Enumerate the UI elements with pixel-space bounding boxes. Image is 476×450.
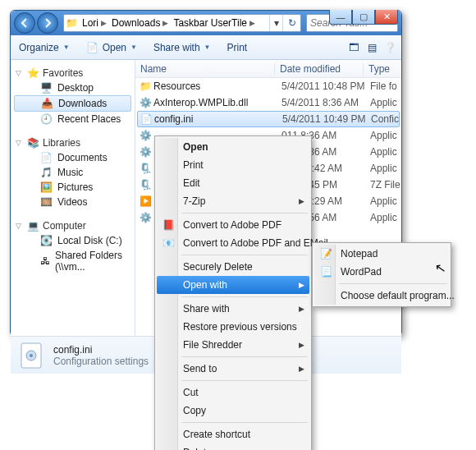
preview-pane-icon[interactable]: ▤: [365, 41, 378, 54]
nav-computer-header[interactable]: ▽💻Computer: [11, 218, 135, 233]
window-controls: — ▢ ✕: [329, 10, 398, 25]
menu-label: Convert to Adobe PDF and EMail: [183, 237, 328, 249]
context-menu: OpenPrintEdit7-Zip▶📕Convert to Adobe PDF…: [154, 135, 312, 450]
col-date[interactable]: Date modified: [275, 63, 364, 75]
nav-favorites-header[interactable]: ▽⭐Favorites: [11, 65, 135, 80]
file-row[interactable]: ⚙️AxInterop.WMPLib.dll5/4/2011 8:36 AMAp…: [135, 94, 401, 111]
archive-icon: 🗜️: [139, 179, 153, 191]
address-bar[interactable]: 📁 Lori▶ Downloads▶ Taskbar UserTile▶ ▾ ↻: [63, 14, 301, 32]
menu-item[interactable]: 📧Convert to Adobe PDF and EMail: [157, 234, 309, 252]
svg-point-2: [30, 354, 33, 357]
close-button[interactable]: ✕: [375, 10, 398, 25]
nav-music[interactable]: 🎵Music: [11, 165, 135, 180]
nav-localdisk[interactable]: 💽Local Disk (C:): [11, 233, 135, 248]
file-type: Applic: [365, 163, 401, 174]
file-row[interactable]: 📄config.ini5/4/2011 10:49 PMConfic: [137, 111, 400, 127]
file-date: 5/4/2011 10:49 PM: [277, 113, 366, 125]
menu-item[interactable]: 📕Convert to Adobe PDF: [157, 216, 309, 234]
minimize-button[interactable]: —: [329, 10, 352, 25]
nav-documents[interactable]: 📄Documents: [11, 150, 135, 165]
ini-icon: [17, 341, 47, 370]
address-dropdown[interactable]: ▾: [269, 15, 282, 31]
breadcrumb[interactable]: Taskbar UserTile▶: [170, 17, 257, 29]
organize-button[interactable]: Organize▼: [16, 40, 73, 55]
notepad-icon: 📄: [86, 41, 99, 54]
refresh-button[interactable]: ↻: [282, 15, 300, 31]
back-button[interactable]: [14, 12, 35, 34]
menu-item[interactable]: Delete: [157, 443, 309, 450]
dll-icon: ⚙️: [139, 146, 153, 158]
menu-label: Delete: [183, 447, 212, 450]
chevron-right-icon: ▶: [299, 365, 304, 373]
help-icon[interactable]: ❔: [383, 41, 396, 54]
chevron-right-icon: ▶: [299, 281, 304, 289]
menu-label: Restore previous versions: [183, 321, 297, 333]
menu-item[interactable]: Print: [157, 156, 309, 174]
videos-icon: 🎞️: [40, 196, 53, 208]
maximize-button[interactable]: ▢: [352, 10, 375, 25]
menu-label: Choose default program...: [341, 290, 455, 301]
file-type: Applic: [365, 195, 401, 207]
downloads-icon: 📥: [41, 98, 53, 109]
menu-item[interactable]: Restore previous versions: [157, 318, 309, 336]
open-label: Open: [103, 42, 126, 53]
menu-item[interactable]: Securely Delete: [157, 258, 309, 276]
menu-item[interactable]: 7-Zip▶: [157, 192, 309, 210]
openwith-submenu: 📝Notepad📃WordPadChoose default program..…: [312, 242, 451, 307]
view-icon[interactable]: 🗔: [347, 41, 360, 54]
nav-desktop[interactable]: 🖥️Desktop: [11, 80, 135, 95]
menu-item[interactable]: Choose default program...: [314, 287, 449, 305]
print-button[interactable]: Print: [224, 40, 251, 55]
notepad-icon: 📝: [319, 248, 332, 259]
menu-label: Edit: [183, 177, 200, 189]
menu-label: Copy: [183, 405, 206, 416]
menu-item[interactable]: Create shortcut: [157, 425, 309, 443]
menu-label: Notepad: [341, 248, 378, 259]
network-drive-icon: 🖧: [40, 255, 50, 267]
nav-downloads[interactable]: 📥Downloads: [14, 95, 131, 112]
breadcrumb[interactable]: Downloads▶: [108, 17, 170, 29]
menu-item[interactable]: File Shredder▶: [157, 336, 309, 354]
file-name: config.ini: [154, 113, 277, 125]
menu-label: WordPad: [341, 266, 382, 278]
menu-item[interactable]: Edit: [157, 174, 309, 192]
libraries-icon: 📚: [27, 137, 39, 149]
computer-icon: 💻: [27, 220, 39, 232]
details-name: config.ini: [53, 344, 149, 356]
breadcrumb[interactable]: Lori▶: [79, 17, 108, 29]
dll-icon: ⚙️: [139, 212, 153, 223]
recent-icon: 🕘: [40, 113, 53, 125]
file-type: Applic: [365, 97, 401, 108]
nav-videos[interactable]: 🎞️Videos: [11, 195, 135, 209]
col-name[interactable]: Name: [135, 63, 275, 75]
forward-button[interactable]: [37, 12, 58, 34]
menu-item[interactable]: 📝Notepad: [314, 245, 449, 263]
music-icon: 🎵: [40, 167, 53, 178]
file-row[interactable]: 📁Resources5/4/2011 10:48 PMFile fo: [135, 78, 401, 94]
menu-item[interactable]: 📃WordPad: [314, 263, 449, 281]
nav-recent[interactable]: 🕘Recent Places: [11, 112, 135, 126]
nav-shared[interactable]: 🖧Shared Folders (\\vm...: [11, 248, 135, 274]
menu-label: Send to: [183, 363, 217, 374]
nav-libraries-header[interactable]: ▽📚Libraries: [11, 135, 135, 150]
menu-item[interactable]: Open with▶: [157, 276, 309, 294]
menu-item[interactable]: Copy: [157, 402, 309, 420]
col-type[interactable]: Type: [364, 63, 401, 75]
star-icon: ⭐: [27, 67, 39, 79]
details-type: Configuration settings: [53, 356, 149, 367]
file-type: Applic: [365, 212, 401, 223]
documents-icon: 📄: [40, 152, 53, 163]
menu-item[interactable]: Open: [157, 138, 309, 156]
open-button[interactable]: 📄 Open▼: [83, 39, 140, 56]
column-headers: Name Date modified Type: [135, 60, 401, 78]
pdf-mail-icon: 📧: [162, 237, 175, 249]
file-type: Applic: [365, 146, 401, 158]
menu-item[interactable]: Cut: [157, 383, 309, 402]
pdf-icon: 📕: [162, 219, 175, 231]
menu-item[interactable]: Share with▶: [157, 300, 309, 318]
menu-item[interactable]: Send to▶: [157, 360, 309, 378]
file-date: 5/4/2011 10:48 PM: [277, 80, 365, 92]
share-button[interactable]: Share with▼: [150, 40, 214, 55]
nav-pictures[interactable]: 🖼️Pictures: [11, 180, 135, 195]
file-name: AxInterop.WMPLib.dll: [153, 97, 277, 108]
